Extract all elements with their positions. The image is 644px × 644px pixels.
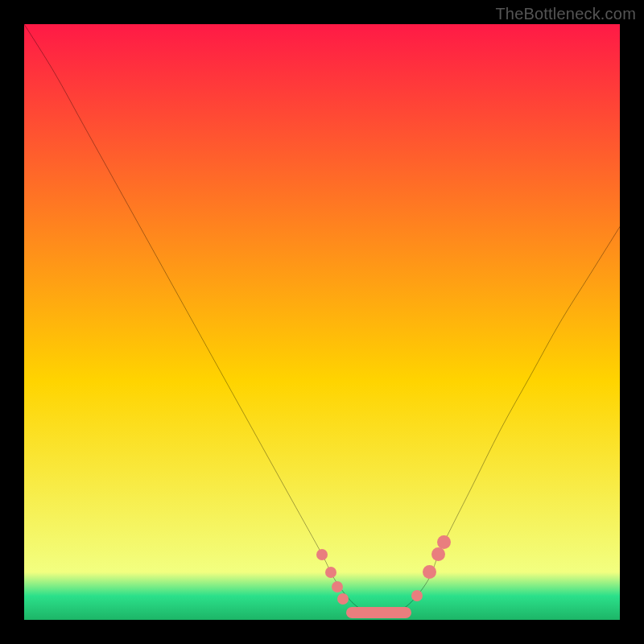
data-marker [337, 593, 349, 605]
bottleneck-curve [24, 24, 620, 615]
data-marker [332, 581, 343, 592]
chart-frame: TheBottleneck.com [0, 0, 644, 644]
attribution-text: TheBottleneck.com [495, 5, 636, 23]
data-marker [423, 565, 436, 579]
data-marker [325, 567, 336, 578]
data-marker [431, 547, 445, 561]
data-marker [316, 549, 328, 560]
plateau-marker [346, 607, 411, 618]
plot-area [24, 24, 620, 620]
bottleneck-chart [24, 24, 620, 620]
